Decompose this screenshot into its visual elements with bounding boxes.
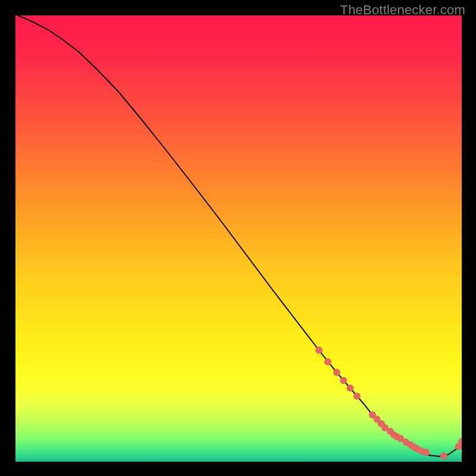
plot-svg <box>15 15 462 462</box>
data-point <box>422 449 430 456</box>
chart-stage: TheBottlenecker.com <box>0 0 476 476</box>
plot-area <box>15 15 462 462</box>
gradient-background <box>15 15 462 462</box>
data-point <box>440 452 447 459</box>
data-point <box>353 393 361 400</box>
data-point <box>333 369 340 376</box>
data-point <box>340 377 347 384</box>
data-point <box>347 384 354 392</box>
data-point <box>324 358 331 365</box>
data-point <box>315 347 322 354</box>
